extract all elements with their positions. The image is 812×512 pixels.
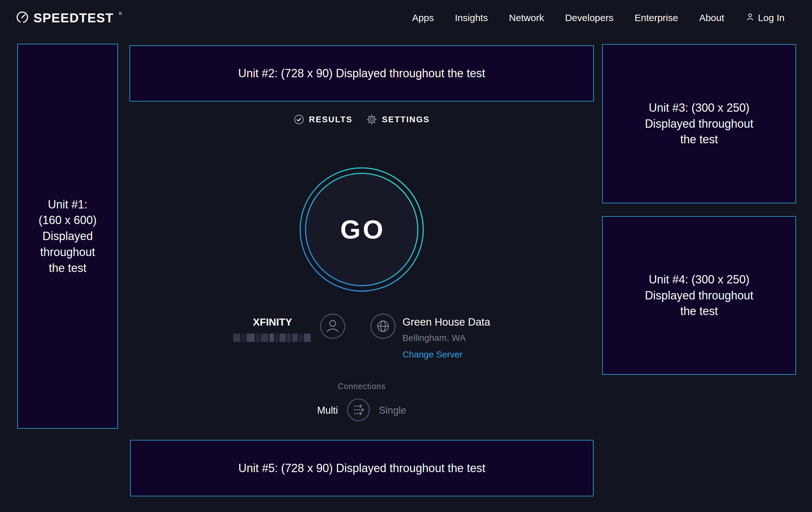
tab-results-label: RESULTS [309, 115, 353, 125]
logo-wordmark: SPEEDTEST [33, 11, 114, 25]
speedtest-page: SPEEDTEST ® Apps Insights Network Develo… [0, 0, 812, 512]
logo-trademark: ® [119, 11, 122, 16]
connections-multi-option[interactable]: Multi [317, 405, 338, 416]
results-settings-tabs: RESULTS SETTINGS [129, 114, 594, 125]
go-button[interactable]: GO [298, 166, 426, 293]
speedometer-icon [16, 10, 29, 25]
nav-item-apps[interactable]: Apps [412, 12, 434, 23]
ad-unit-5[interactable]: Unit #5: (728 x 90) Displayed throughout… [130, 440, 593, 496]
nav-item-enterprise[interactable]: Enterprise [634, 12, 678, 23]
server-name: Green House Data [403, 316, 490, 328]
ad-unit-4[interactable]: Unit #4: (300 x 250) Displayed throughou… [602, 216, 796, 375]
server-globe-icon [370, 313, 396, 360]
server-block: Green House Data Bellingham, WA Change S… [403, 316, 490, 360]
check-circle-icon [294, 114, 304, 125]
tab-settings[interactable]: SETTINGS [367, 114, 430, 125]
ad-unit-3-text: Unit #3: (300 x 250) Displayed throughou… [645, 100, 753, 147]
top-nav-bar: SPEEDTEST ® Apps Insights Network Develo… [0, 0, 812, 36]
nav-item-about[interactable]: About [699, 12, 724, 23]
host-info-row: XFINITY Green House Data Belli [129, 311, 594, 360]
ad-unit-2-text: Unit #2: (728 x 90) Displayed throughout… [238, 65, 485, 81]
gear-icon [367, 114, 377, 125]
ad-unit-3[interactable]: Unit #3: (300 x 250) Displayed throughou… [602, 44, 796, 203]
server-location: Bellingham, WA [403, 333, 466, 343]
nav-item-network[interactable]: Network [509, 12, 544, 23]
go-button-label: GO [298, 166, 426, 293]
host-row-spacer [346, 311, 370, 360]
change-server-link[interactable]: Change Server [403, 350, 462, 360]
user-icon [745, 12, 755, 24]
tab-settings-label: SETTINGS [382, 115, 430, 125]
connections-row: Multi Single [129, 398, 594, 423]
connections-single-option[interactable]: Single [379, 405, 406, 416]
speedtest-logo[interactable]: SPEEDTEST ® [16, 10, 121, 25]
ad-unit-4-text: Unit #4: (300 x 250) Displayed throughou… [645, 272, 753, 319]
redacted-ip [233, 333, 312, 342]
tab-results[interactable]: RESULTS [294, 114, 353, 125]
nav-item-insights[interactable]: Insights [455, 12, 488, 23]
isp-name: XFINITY [253, 316, 292, 328]
isp-user-icon [320, 313, 346, 360]
ad-unit-1[interactable]: Unit #1: (160 x 600) Displayed throughou… [17, 44, 118, 429]
login-label: Log In [758, 12, 785, 23]
ad-unit-2[interactable]: Unit #2: (728 x 90) Displayed throughout… [129, 45, 594, 102]
connections-label: Connections [129, 382, 594, 391]
ad-unit-5-text: Unit #5: (728 x 90) Displayed throughout… [238, 460, 485, 476]
isp-block: XFINITY [233, 316, 312, 360]
nav-item-developers[interactable]: Developers [565, 12, 614, 23]
ad-unit-1-text: Unit #1: (160 x 600) Displayed throughou… [38, 197, 97, 276]
connections-toggle-icon[interactable] [346, 398, 371, 423]
login-button[interactable]: Log In [745, 12, 785, 24]
nav-menu: Apps Insights Network Developers Enterpr… [412, 0, 785, 36]
